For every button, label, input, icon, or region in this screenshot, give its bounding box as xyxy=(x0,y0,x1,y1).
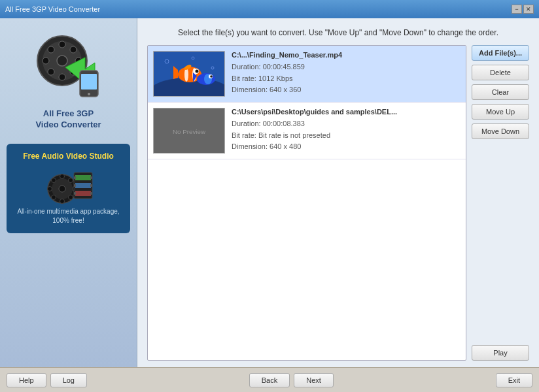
minimize-button[interactable]: − xyxy=(512,5,522,14)
svg-text:No Preview: No Preview xyxy=(173,128,206,135)
app-logo-icon xyxy=(33,31,105,103)
move-up-button[interactable]: Move Up xyxy=(472,104,529,120)
svg-point-19 xyxy=(60,199,64,203)
delete-button[interactable]: Delete xyxy=(472,65,529,80)
promo-icon xyxy=(43,166,95,205)
svg-rect-28 xyxy=(75,183,91,188)
file-name-2: C:\Users\psi\Desktop\guides and samples\… xyxy=(232,108,461,116)
svg-rect-32 xyxy=(74,192,76,195)
help-button[interactable]: Help xyxy=(7,373,46,387)
move-down-button[interactable]: Move Down xyxy=(472,123,529,139)
svg-rect-13 xyxy=(81,74,97,90)
svg-point-20 xyxy=(47,186,52,191)
window-controls: − ✕ xyxy=(512,5,534,14)
file-name-1: C:\...\Finding_Nemo_Teaser.mp4 xyxy=(232,51,461,59)
instruction-text: Select the file(s) you want to convert. … xyxy=(147,28,529,37)
svg-point-7 xyxy=(48,46,54,53)
svg-point-14 xyxy=(88,93,90,95)
file-detail-2: Duration: 00:00:08.383 Bit rate: Bit rat… xyxy=(232,118,461,153)
svg-rect-29 xyxy=(75,191,91,196)
logo-area: All Free 3GP Video Converter xyxy=(33,31,105,131)
svg-point-10 xyxy=(70,46,77,53)
svg-point-22 xyxy=(51,178,56,182)
app-name: All Free 3GP Video Converter xyxy=(35,108,101,131)
svg-point-18 xyxy=(60,174,64,178)
add-files-button[interactable]: Add File(s)... xyxy=(472,45,529,61)
titlebar: All Free 3GP Video Converter − ✕ xyxy=(0,0,539,18)
file-panel: C:\...\Finding_Nemo_Teaser.mp4 Duration:… xyxy=(147,45,529,361)
app-title: All Free 3GP Video Converter xyxy=(5,5,100,13)
file-list[interactable]: C:\...\Finding_Nemo_Teaser.mp4 Duration:… xyxy=(147,45,466,361)
button-spacer xyxy=(472,143,529,341)
buttons-panel: Add File(s)... Delete Clear Move Up Move… xyxy=(472,45,529,361)
bottom-center-buttons: Back Next xyxy=(249,373,334,387)
bottom-left-buttons: Help Log xyxy=(7,373,87,387)
svg-point-23 xyxy=(68,195,73,199)
content-area: Select the file(s) you want to convert. … xyxy=(137,18,539,367)
play-button[interactable]: Play xyxy=(472,345,529,361)
file-info-2: C:\Users\psi\Desktop\guides and samples\… xyxy=(232,108,461,153)
back-button[interactable]: Back xyxy=(249,373,290,387)
svg-point-24 xyxy=(51,195,56,199)
file-item-2[interactable]: No Preview C:\Users\psi\Desktop\guides a… xyxy=(148,103,466,159)
svg-point-5 xyxy=(43,57,49,64)
promo-box: Free Audio Video Studio xyxy=(7,144,130,233)
sidebar: All Free 3GP Video Converter Free Audio … xyxy=(0,18,137,367)
svg-point-17 xyxy=(59,186,65,192)
svg-point-51 xyxy=(210,75,213,78)
file-info-1: C:\...\Finding_Nemo_Teaser.mp4 Duration:… xyxy=(232,51,461,96)
bottom-right-buttons: Exit xyxy=(496,373,532,387)
svg-rect-34 xyxy=(90,184,92,187)
svg-rect-30 xyxy=(74,176,76,179)
svg-rect-31 xyxy=(74,184,76,187)
svg-point-45 xyxy=(196,70,199,73)
file-detail-1: Duration: 00:00:45.859 Bit rate: 1012 Kb… xyxy=(232,61,461,96)
svg-point-9 xyxy=(48,69,54,75)
main-container: All Free 3GP Video Converter Free Audio … xyxy=(0,18,539,367)
svg-point-3 xyxy=(59,41,65,48)
file-thumb-1 xyxy=(153,51,225,97)
exit-button[interactable]: Exit xyxy=(496,373,532,387)
clear-button[interactable]: Clear xyxy=(472,84,529,100)
svg-point-2 xyxy=(57,56,67,66)
svg-point-4 xyxy=(59,74,65,80)
promo-title: Free Audio Video Studio xyxy=(13,152,124,161)
promo-desc: All-in-one multimedia app package, 100% … xyxy=(13,207,124,225)
svg-rect-27 xyxy=(75,175,91,180)
next-button[interactable]: Next xyxy=(294,373,334,387)
file-item-1[interactable]: C:\...\Finding_Nemo_Teaser.mp4 Duration:… xyxy=(148,46,466,103)
svg-point-25 xyxy=(68,178,73,182)
log-button[interactable]: Log xyxy=(50,373,87,387)
bottom-bar: Help Log Back Next Exit xyxy=(0,367,539,392)
svg-rect-33 xyxy=(90,176,92,179)
svg-rect-35 xyxy=(90,192,92,195)
file-thumb-2: No Preview xyxy=(153,108,225,154)
close-button[interactable]: ✕ xyxy=(523,5,534,14)
